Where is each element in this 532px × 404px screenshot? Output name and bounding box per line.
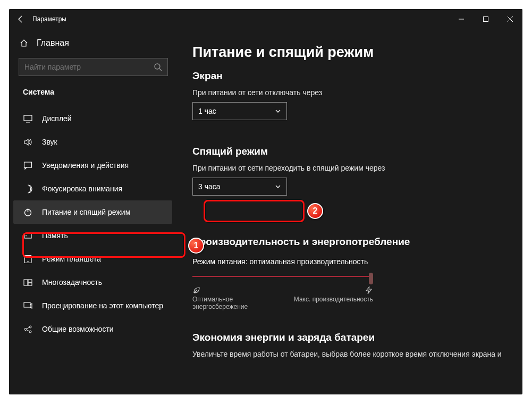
close-button[interactable]	[498, 9, 522, 29]
nav-list: Дисплей Звук Уведомления и действия Фоку…	[13, 107, 172, 341]
project-icon	[23, 301, 32, 310]
search-icon	[154, 63, 162, 71]
chevron-down-icon	[275, 183, 281, 190]
sidebar-item-notifications[interactable]: Уведомления и действия	[13, 154, 172, 177]
chevron-down-icon	[275, 108, 281, 114]
lightning-icon	[365, 286, 373, 294]
slider-max-label: Макс. производительность	[294, 296, 373, 310]
sleep-select[interactable]: 3 часа	[192, 178, 287, 196]
minimize-button[interactable]	[449, 9, 474, 29]
screen-heading: Экран	[192, 70, 506, 82]
page-title: Питание и спящий режим	[192, 44, 506, 61]
storage-icon	[23, 231, 32, 240]
screen-off-value: 1 час	[198, 107, 216, 115]
sidebar-item-focus[interactable]: Фокусировка внимания	[13, 177, 172, 200]
sidebar-item-sound[interactable]: Звук	[13, 130, 172, 154]
sidebar-item-label: Многозадачность	[42, 278, 102, 287]
sidebar-item-project[interactable]: Проецирование на этот компьютер	[13, 294, 172, 317]
svg-line-22	[27, 327, 29, 329]
screen-off-select[interactable]: 1 час	[192, 102, 287, 120]
slider-min-label: Оптимальное энергосбережение	[192, 296, 285, 310]
screen-off-label: При питании от сети отключать через	[192, 88, 506, 97]
sidebar-item-label: Дисплей	[42, 114, 72, 123]
sidebar-item-shared[interactable]: Общие возможности	[13, 317, 172, 341]
home-label: Главная	[37, 38, 69, 48]
sidebar-item-display[interactable]: Дисплей	[13, 107, 172, 130]
window-title: Параметры	[32, 15, 66, 23]
back-button[interactable]	[9, 9, 32, 29]
sidebar-item-label: Режим планшета	[42, 255, 101, 263]
sidebar-item-tablet[interactable]: Режим планшета	[13, 247, 172, 271]
svg-rect-8	[24, 162, 31, 167]
svg-point-12	[26, 235, 27, 236]
multi-icon	[23, 278, 32, 287]
sidebar-item-storage[interactable]: Память	[13, 224, 172, 247]
svg-point-20	[29, 326, 31, 328]
power-mode-label: Режим питания: оптимальная производитель…	[192, 257, 506, 266]
content-pane: Питание и спящий режим Экран При питании…	[176, 29, 522, 394]
sidebar-item-power[interactable]: Питание и спящий режим	[13, 200, 172, 224]
shared-icon	[23, 325, 32, 334]
sidebar-item-multitask[interactable]: Многозадачность	[13, 271, 172, 294]
svg-line-23	[27, 330, 29, 331]
sleep-label: При питании от сети переходить в спящий …	[192, 164, 506, 172]
battery-heading: Экономия энергии и заряда батареи	[192, 332, 506, 343]
svg-point-21	[29, 331, 31, 333]
sidebar-item-label: Общие возможности	[42, 325, 114, 333]
tablet-icon	[23, 255, 32, 264]
search-box[interactable]	[19, 58, 168, 76]
titlebar: Параметры	[9, 9, 522, 29]
battery-text: Увеличьте время работы от батареи, выбра…	[192, 349, 506, 359]
section-label: Система	[13, 76, 172, 100]
slider-thumb[interactable]	[369, 273, 373, 284]
svg-rect-15	[24, 280, 28, 285]
leaf-icon	[192, 286, 201, 294]
home-icon	[20, 39, 29, 47]
svg-rect-1	[484, 17, 488, 22]
slider-track	[192, 276, 373, 277]
svg-rect-18	[24, 302, 30, 307]
svg-rect-6	[24, 115, 32, 121]
settings-window: Параметры Главная Система	[9, 9, 522, 394]
sleep-value: 3 часа	[198, 182, 221, 191]
svg-rect-17	[28, 283, 32, 285]
sidebar-item-label: Уведомления и действия	[42, 161, 129, 170]
perf-heading: Производительность и энергопотребление	[192, 236, 506, 248]
svg-rect-16	[28, 280, 32, 282]
notify-icon	[23, 161, 32, 170]
svg-point-4	[155, 64, 160, 69]
power-icon	[23, 208, 32, 217]
power-slider[interactable]	[192, 271, 373, 283]
sidebar-item-label: Память	[42, 231, 68, 240]
sidebar-item-label: Питание и спящий режим	[42, 208, 130, 216]
sidebar-item-label: Звук	[42, 138, 57, 146]
svg-point-19	[24, 328, 27, 330]
search-input[interactable]	[24, 63, 154, 71]
sleep-heading: Спящий режим	[192, 146, 506, 157]
svg-line-5	[159, 69, 162, 71]
focus-icon	[23, 184, 32, 193]
sidebar-item-label: Проецирование на этот компьютер	[42, 301, 163, 310]
display-icon	[23, 114, 32, 123]
svg-rect-11	[24, 233, 31, 238]
maximize-button[interactable]	[474, 9, 498, 29]
home-link[interactable]: Главная	[13, 32, 172, 54]
sidebar-item-label: Фокусировка внимания	[42, 184, 122, 193]
sound-icon	[23, 138, 32, 147]
sidebar: Главная Система Дисплей Звук	[9, 29, 176, 394]
